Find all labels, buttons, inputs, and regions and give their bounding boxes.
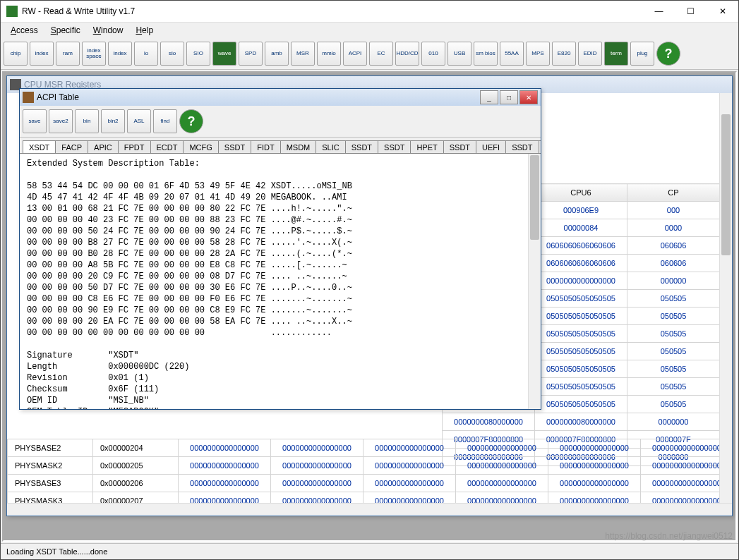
msr-row-name[interactable]: PHYSMASK2 xyxy=(8,457,93,475)
acpi-tab-mcfg-5[interactable]: MCFG xyxy=(183,140,218,153)
msr-cell[interactable]: 0000000000000000 xyxy=(548,492,641,504)
msr-cell[interactable]: 0505050505050505 xyxy=(535,290,627,308)
acpi-maximize-button[interactable]: □ xyxy=(500,90,518,104)
toolbar-acpi-button[interactable]: ACPI xyxy=(343,42,367,66)
toolbar-plug-button[interactable]: plug xyxy=(630,42,654,66)
msr-row-addr[interactable]: 0x00000207 xyxy=(93,492,179,504)
acpi-tab-ssdt-15[interactable]: SSDT xyxy=(505,140,539,153)
toolbar-index-space-button[interactable]: index space xyxy=(82,42,106,66)
acpi-minimize-button[interactable]: _ xyxy=(480,90,498,104)
msr-cell[interactable]: 0000000000000000 xyxy=(364,492,456,504)
acpi-toolbar-bin2-button[interactable]: bin2 xyxy=(101,109,125,133)
acpi-tab-ecdt-4[interactable]: ECDT xyxy=(150,140,184,153)
msr-cell[interactable]: 050505 xyxy=(627,308,720,325)
msr-cell[interactable]: 0000000000000000 xyxy=(641,492,733,504)
msr-cell[interactable]: 0000000000000000 xyxy=(179,457,271,475)
acpi-tab-ssdt-6[interactable]: SSDT xyxy=(218,140,251,153)
msr-cell[interactable]: 0000000000000000 xyxy=(179,492,271,504)
acpi-tab-ssdt-11[interactable]: SSDT xyxy=(378,140,411,153)
msr-row-name[interactable]: PHYSMASK3 xyxy=(8,492,93,504)
acpi-tab-fpdt-3[interactable]: FPDT xyxy=(118,140,151,153)
msr-cell[interactable]: 060606 xyxy=(627,255,720,272)
msr-cell[interactable]: 0505050505050505 xyxy=(535,325,627,343)
msr-cell[interactable]: 0000000080000000 xyxy=(443,413,535,431)
toolbar-term-button[interactable]: term xyxy=(604,42,628,66)
msr-cell[interactable]: 0000000000000000 xyxy=(364,475,456,492)
msr-cell[interactable]: 0000000000000000 xyxy=(548,439,641,457)
msr-cell[interactable]: 0000000000000000 xyxy=(271,439,364,457)
menu-access[interactable]: Access xyxy=(5,24,44,37)
acpi-toolbar-bin-button[interactable]: bin xyxy=(75,109,99,133)
toolbar-hdd-cd-button[interactable]: HDD/CD xyxy=(395,42,419,66)
acpi-tab-xsdt-0[interactable]: XSDT xyxy=(23,140,56,154)
msr-cell[interactable]: 0000000000000000 xyxy=(641,475,733,492)
msr-cell[interactable]: 0000000000000000 xyxy=(456,492,548,504)
toolbar-io-button[interactable]: io xyxy=(134,42,158,66)
msr-cell[interactable]: 0000000000000000 xyxy=(179,439,271,457)
msr-cell[interactable]: 00000084 xyxy=(535,219,627,237)
close-button[interactable]: ✕ xyxy=(707,1,738,22)
msr-cell[interactable]: 0505050505050505 xyxy=(535,308,627,325)
toolbar-edid-button[interactable]: EDID xyxy=(578,42,602,66)
acpi-tab-slic-9[interactable]: SLIC xyxy=(316,140,345,153)
toolbar-index-button[interactable]: index xyxy=(108,42,132,66)
toolbar---button[interactable]: ? xyxy=(656,42,680,66)
msr-scrollbar-h[interactable] xyxy=(7,503,732,516)
acpi-toolbar-save2-button[interactable]: save2 xyxy=(49,109,73,133)
msr-cell[interactable]: 0000000000000000 xyxy=(364,457,456,475)
msr-cell[interactable]: 0000000000000000 xyxy=(271,457,364,475)
msr-cell[interactable]: 060606 xyxy=(627,237,720,255)
acpi-close-button[interactable]: ✕ xyxy=(519,90,538,104)
toolbar-chip-button[interactable]: chip xyxy=(4,42,28,66)
menu-specific[interactable]: Specific xyxy=(45,24,86,37)
msr-cell[interactable]: 050505 xyxy=(627,360,720,378)
msr-col-header[interactable]: CPU6 xyxy=(535,184,627,202)
msr-cell[interactable]: 0000 xyxy=(627,219,720,237)
msr-cell[interactable]: 0000000000000000 xyxy=(456,457,548,475)
acpi-tab-msdm-8[interactable]: MSDM xyxy=(280,140,317,153)
msr-cell[interactable]: 0000000000000000 xyxy=(456,475,548,492)
maximize-button[interactable]: ☐ xyxy=(675,1,707,22)
msr-cell[interactable]: 0606060606060606 xyxy=(535,237,627,255)
acpi-tab-facp-1[interactable]: FACP xyxy=(55,140,88,153)
acpi-hex-dump[interactable]: Extended System Description Table: 58 53… xyxy=(20,154,529,409)
msr-cell[interactable]: 0000000000000000 xyxy=(641,439,733,457)
acpi-tab-l-16[interactable]: L xyxy=(539,140,541,153)
msr-row-addr[interactable]: 0x00000204 xyxy=(93,439,179,457)
menu-window[interactable]: Window xyxy=(88,24,129,37)
acpi-tab-ssdt-13[interactable]: SSDT xyxy=(443,140,476,153)
msr-cell[interactable]: 0000000000000000 xyxy=(271,475,364,492)
acpi-toolbar-asl-button[interactable]: ASL xyxy=(127,109,151,133)
acpi-toolbar-save-button[interactable]: save xyxy=(23,109,47,133)
msr-cell[interactable]: 000 xyxy=(627,202,720,219)
acpi-tab-uefi-14[interactable]: UEFI xyxy=(476,140,506,153)
msr-cell[interactable]: 050505 xyxy=(627,325,720,343)
msr-cell[interactable]: 0505050505050505 xyxy=(535,343,627,360)
msr-cell[interactable]: 0000000000000000 xyxy=(548,457,641,475)
toolbar-wave-button[interactable]: wave xyxy=(212,42,236,66)
minimize-button[interactable]: — xyxy=(643,1,675,22)
msr-cell[interactable]: 0000000080000000 xyxy=(535,413,627,431)
msr-cell[interactable]: 0505050505050505 xyxy=(535,360,627,378)
msr-cell[interactable]: 050505 xyxy=(627,378,720,396)
msr-cell[interactable]: 0606060606060606 xyxy=(535,255,627,272)
msr-row-name[interactable]: PHYSBASE3 xyxy=(8,475,93,492)
toolbar-sio-button[interactable]: sio xyxy=(160,42,184,66)
msr-cell[interactable]: 0000000000000000 xyxy=(548,475,641,492)
toolbar-sio-button[interactable]: SIO xyxy=(186,42,210,66)
msr-cell[interactable]: 050505 xyxy=(627,343,720,360)
acpi-tab-hpet-12[interactable]: HPET xyxy=(410,140,443,153)
toolbar-index-button[interactable]: index xyxy=(30,42,54,66)
toolbar-msr-button[interactable]: MSR xyxy=(291,42,315,66)
msr-cell[interactable]: 0505050505050505 xyxy=(535,396,627,413)
acpi-tab-fidt-7[interactable]: FIDT xyxy=(251,140,280,153)
toolbar-usb-button[interactable]: USB xyxy=(447,42,471,66)
menu-help[interactable]: Help xyxy=(130,24,159,37)
acpi-scrollbar-v[interactable] xyxy=(528,154,541,409)
toolbar-ram-button[interactable]: ram xyxy=(56,42,80,66)
toolbar-spd-button[interactable]: SPD xyxy=(239,42,263,66)
msr-cell[interactable]: 0000000 xyxy=(627,413,720,431)
acpi-tab-apic-2[interactable]: APIC xyxy=(88,140,119,153)
toolbar-mps-button[interactable]: MPS xyxy=(526,42,550,66)
msr-cell[interactable]: 050505 xyxy=(627,290,720,308)
